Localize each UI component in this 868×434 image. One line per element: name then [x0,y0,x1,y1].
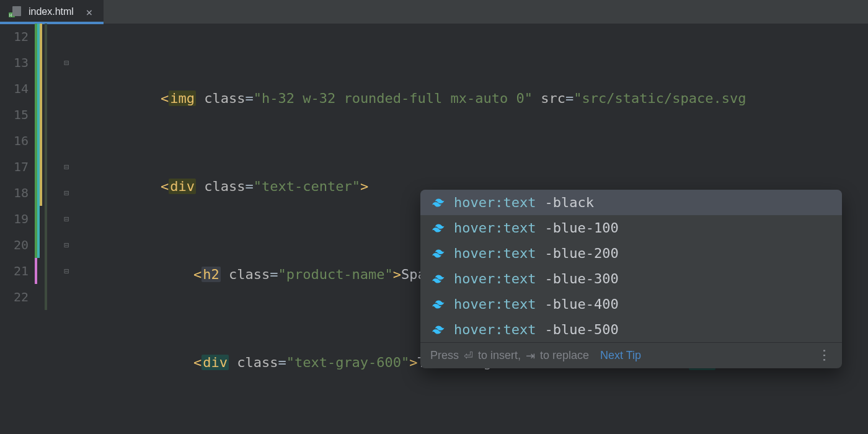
autocomplete-item-match: hover:text [454,322,536,337]
autocomplete-item[interactable]: hover:text-blue-200 [420,241,842,266]
line-number: 12 [0,24,35,50]
svg-rect-1 [12,6,21,16]
enter-key-icon: ⏎ [464,349,473,363]
more-options-icon[interactable]: ⋯ [817,348,833,363]
line-number: 21 [0,258,35,284]
svg-text:H: H [9,13,12,17]
line-number: 19 [0,206,35,232]
line-number: 16 [0,128,35,154]
close-icon[interactable]: × [84,6,95,17]
line-number: 18 [0,180,35,206]
hint-text: Press [430,349,459,362]
code-line[interactable]: <img class="h-32 w-32 rounded-full mx-au… [62,86,868,112]
tailwind-icon [432,272,445,286]
line-number: 14 [0,76,35,102]
line-number: 15 [0,102,35,128]
line-number: 20 [0,232,35,258]
autocomplete-item-suffix: -blue-300 [544,271,618,286]
line-number-gutter: 1213141516171819202122 [0,24,35,434]
editor-tabbar: H index.html × [0,0,868,24]
autocomplete-item-suffix: -blue-200 [544,246,618,261]
autocomplete-popup: hover:text-blackhover:text-blue-100hover… [420,190,842,368]
autocomplete-item-match: hover:text [454,271,536,286]
autocomplete-item[interactable]: hover:text-blue-400 [420,291,842,317]
autocomplete-item-suffix: -blue-400 [544,296,618,312]
autocomplete-item-match: hover:text [454,195,536,210]
code-editor[interactable]: 1213141516171819202122 ⊟ ⊟ ⊟ ⊟ ⊟ ⊟ <img … [0,24,868,434]
tailwind-icon [432,221,445,235]
line-number: 17 [0,154,35,180]
autocomplete-item[interactable]: hover:text-blue-500 [420,317,842,342]
next-tip-link[interactable]: Next Tip [600,349,641,362]
html-file-icon: H [9,6,22,17]
line-number: 22 [0,284,35,310]
autocomplete-item-suffix: -blue-500 [544,322,618,337]
hint-text: to insert, [478,349,521,362]
tab-filename: index.html [29,6,74,17]
autocomplete-hint-bar: Press ⏎ to insert, ⇥ to replace Next Tip… [420,342,842,368]
line-number: 13 [0,50,35,76]
autocomplete-item-match: hover:text [454,296,536,312]
hint-text: to replace [540,349,589,362]
editor-tab-index-html[interactable]: H index.html × [0,0,104,24]
gutter-stripes [35,24,57,434]
tab-key-icon: ⇥ [526,349,535,363]
autocomplete-item[interactable]: hover:text-black [420,190,842,215]
autocomplete-item-suffix: -black [544,195,593,210]
tailwind-icon [432,298,445,311]
autocomplete-item-suffix: -blue-100 [544,220,618,236]
autocomplete-item[interactable]: hover:text-blue-100 [420,215,842,241]
tailwind-icon [432,247,445,260]
tailwind-icon [432,196,445,210]
autocomplete-item-match: hover:text [454,246,536,261]
autocomplete-item[interactable]: hover:text-blue-300 [420,266,842,291]
tailwind-icon [432,323,445,337]
autocomplete-item-match: hover:text [454,220,536,236]
